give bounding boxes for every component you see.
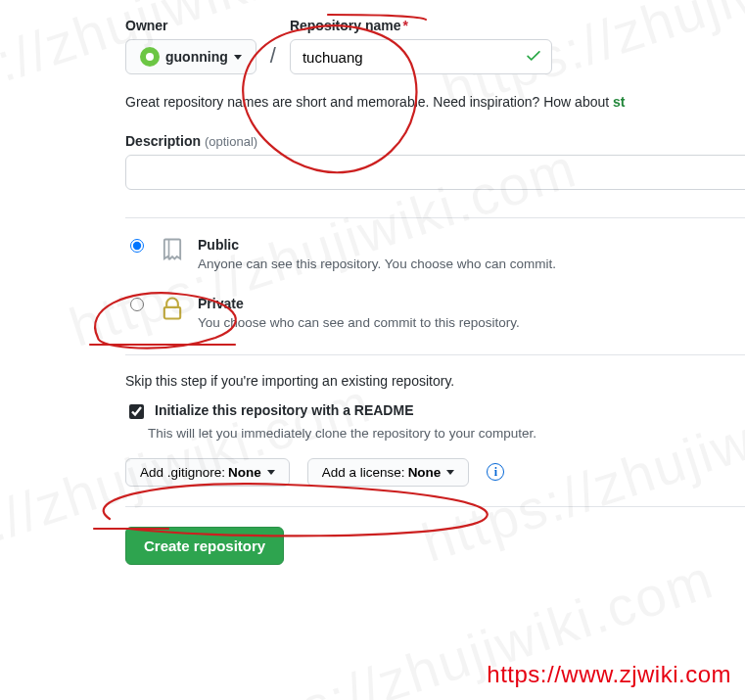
- gitignore-select-button[interactable]: Add .gitignore: None: [125, 458, 290, 487]
- owner-name: guonning: [165, 47, 228, 67]
- visibility-private-sub: You choose who can see and commit to thi…: [198, 314, 520, 333]
- visibility-private-title: Private: [198, 295, 520, 314]
- visibility-public-radio[interactable]: [130, 239, 144, 253]
- description-label: Description: [125, 133, 201, 149]
- init-readme-checkbox[interactable]: [129, 404, 144, 419]
- chevron-down-icon: [234, 55, 242, 60]
- chevron-down-icon: [446, 470, 454, 475]
- init-readme-sub: This will let you immediately clone the …: [148, 426, 745, 441]
- visibility-private-radio[interactable]: [130, 298, 144, 311]
- owner-avatar-icon: [140, 47, 160, 67]
- repo-name-label: Repository name*: [290, 18, 552, 33]
- visibility-public-title: Public: [198, 236, 556, 256]
- chevron-down-icon: [267, 470, 275, 475]
- divider: [125, 217, 745, 218]
- divider: [125, 354, 745, 355]
- license-info-icon[interactable]: i: [487, 463, 504, 481]
- lock-icon: [159, 295, 186, 322]
- svg-rect-0: [164, 307, 180, 319]
- footer-watermark-link: https://www.zjwiki.com: [487, 661, 731, 688]
- license-select-button[interactable]: Add a license: None: [307, 458, 470, 487]
- init-readme-label: Initialize this repository with a README: [155, 402, 413, 418]
- owner-select-button[interactable]: guonning: [125, 39, 256, 74]
- required-asterisk: *: [402, 18, 407, 33]
- description-input[interactable]: [125, 155, 745, 190]
- path-separator: /: [268, 43, 278, 74]
- name-hint: Great repository names are short and mem…: [125, 94, 745, 110]
- skip-hint: Skip this step if you're importing an ex…: [125, 373, 745, 389]
- suggested-name[interactable]: st: [613, 94, 625, 110]
- visibility-public-sub: Anyone can see this repository. You choo…: [198, 256, 556, 274]
- divider: [125, 506, 745, 507]
- check-icon: [525, 47, 542, 68]
- repo-icon: [159, 236, 186, 263]
- optional-hint: (optional): [205, 134, 257, 149]
- owner-label: Owner: [125, 18, 256, 33]
- repo-name-input[interactable]: [290, 39, 552, 74]
- create-repository-button[interactable]: Create repository: [125, 527, 284, 565]
